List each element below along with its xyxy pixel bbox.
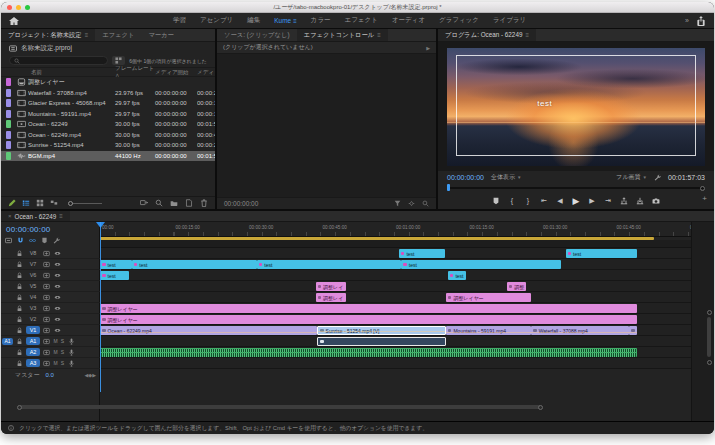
vertical-scrollbar[interactable] <box>707 317 711 357</box>
workspace-tab-ライブラリ[interactable]: ライブラリ <box>486 16 533 25</box>
program-scrubber[interactable] <box>447 184 705 192</box>
track-lock-icon[interactable] <box>16 250 23 257</box>
track-header-V4[interactable]: V4 <box>1 292 100 303</box>
share-export-icon[interactable] <box>695 16 707 26</box>
project-item-row[interactable]: Ocean - 6224930.00 fps00:00:00:0000:01:5 <box>1 119 215 130</box>
timeline-clip[interactable]: 調整レイヤー <box>100 304 637 313</box>
keyframe-nav-icon[interactable]: ◀◆▶ <box>84 372 96 378</box>
track-header-V6[interactable]: V6 <box>1 270 100 281</box>
timeline-clip[interactable]: test <box>100 260 132 269</box>
timeline-clip[interactable]: test <box>448 271 466 280</box>
track-header-V7[interactable]: V7 <box>1 259 100 270</box>
scrubber-playhead[interactable] <box>447 184 450 191</box>
mark-in-icon[interactable]: { <box>508 196 516 206</box>
vertical-scroll-handle-top[interactable] <box>707 310 712 315</box>
step-back-icon[interactable]: ◀ <box>556 196 564 206</box>
timeline-track-lane-A3[interactable] <box>100 358 691 369</box>
sync-lock-icon[interactable] <box>43 360 50 367</box>
panel-menu-icon[interactable]: ≡ <box>85 32 89 38</box>
sync-lock-icon[interactable] <box>43 349 50 356</box>
mute-button[interactable]: M <box>52 360 59 366</box>
graphic-selection-bounds[interactable] <box>456 55 696 156</box>
track-output-eye-icon[interactable] <box>54 327 61 334</box>
sync-lock-icon[interactable] <box>43 294 50 301</box>
track-lock-icon[interactable] <box>16 316 23 323</box>
timeline-clip[interactable]: Sunrise - 51254.mp4 [V] <box>317 326 446 335</box>
extract-icon[interactable] <box>636 196 644 206</box>
mark-out-icon[interactable]: } <box>524 196 532 206</box>
snap-magnet-icon[interactable] <box>17 237 24 244</box>
track-header-A1[interactable]: A1A1MS <box>1 336 100 347</box>
timeline-clip[interactable]: 調整レイヤー <box>446 293 531 302</box>
lift-icon[interactable] <box>620 196 628 206</box>
timeline-settings-wrench-icon[interactable] <box>53 237 60 244</box>
project-item-row[interactable]: Mountains - 59191.mp429.97 fps00:00:00:0… <box>1 109 215 120</box>
tab-プロジェクト: 名称未設定[interactable]: プロジェクト: 名称未設定≡ <box>1 29 95 41</box>
column-name[interactable]: 名前 <box>1 69 115 76</box>
settings-wrench-icon[interactable] <box>654 174 661 181</box>
sync-lock-icon[interactable] <box>43 338 50 345</box>
workspace-menu-icon[interactable]: ≡ <box>293 18 297 24</box>
track-target-toggle-A2[interactable]: A2 <box>26 348 40 356</box>
go-to-in-icon[interactable]: ⇤ <box>540 196 548 206</box>
sync-lock-icon[interactable] <box>43 261 50 268</box>
add-marker-icon[interactable] <box>41 237 48 244</box>
label-color-chip[interactable] <box>6 89 11 97</box>
timeline-track-lane-V4[interactable]: 調整レイ調整レイヤー <box>100 292 691 303</box>
mute-button[interactable]: M <box>52 349 59 355</box>
timeline-track-lane-A2[interactable] <box>100 347 691 358</box>
project-item-name[interactable]: Ocean - 62249.mp4 <box>28 132 115 138</box>
timeline-clip[interactable]: test <box>100 271 129 280</box>
nest-insert-icon[interactable] <box>5 237 12 244</box>
project-item-name[interactable]: 調整レイヤー <box>28 78 115 87</box>
export-frame-icon[interactable] <box>652 196 660 206</box>
voiceover-mic-icon[interactable] <box>68 360 75 367</box>
sync-lock-icon[interactable] <box>43 283 50 290</box>
master-track-header[interactable]: マスター0.0◀◆▶ <box>1 369 100 381</box>
track-header-V5[interactable]: V5 <box>1 281 100 292</box>
project-item-name[interactable]: BGM.mp4 <box>28 153 115 159</box>
timeline-track-lane-V8[interactable]: testtest <box>100 248 691 259</box>
solo-button[interactable]: S <box>59 360 66 366</box>
zoom-slider[interactable] <box>64 199 102 207</box>
timeline-track-lane-V1[interactable]: Ocean - 62249.mp4Sunrise - 51254.mp4 [V]… <box>100 325 691 336</box>
playback-quality-select[interactable]: フル画質▼ <box>616 173 647 182</box>
panel-menu-icon[interactable]: ≡ <box>59 213 63 219</box>
icon-view-icon[interactable] <box>36 199 44 207</box>
timeline-clip[interactable] <box>629 326 636 335</box>
tab-エフェクトコントロール[interactable]: エフェクトコントロール≡ <box>297 29 388 41</box>
timeline-clip[interactable]: 調整レイ <box>316 293 347 302</box>
label-color-chip[interactable] <box>6 99 11 107</box>
close-sequence-icon[interactable]: × <box>8 213 12 219</box>
automate-to-sequence-icon[interactable] <box>140 199 148 207</box>
timeline-playhead-timecode[interactable]: 00:00:00:00 <box>6 225 50 234</box>
sync-lock-icon[interactable] <box>43 305 50 312</box>
clear-trash-icon[interactable] <box>200 199 208 207</box>
track-target-toggle-V1[interactable]: V1 <box>26 326 40 334</box>
track-lock-icon[interactable] <box>16 327 23 334</box>
project-search-input[interactable] <box>23 58 103 64</box>
filter-effects-icon[interactable] <box>394 200 401 207</box>
timeline-track-lane-V5[interactable]: 調整レイ調整 <box>100 281 691 292</box>
panel-menu-icon[interactable]: ≡ <box>525 32 529 38</box>
track-output-eye-icon[interactable] <box>54 305 61 312</box>
mute-button[interactable]: M <box>52 338 59 344</box>
tab-sequence-timeline[interactable]: × Ocean - 62249 ≡ <box>1 211 70 221</box>
label-color-chip[interactable] <box>6 152 11 160</box>
label-color-chip[interactable] <box>6 120 11 128</box>
track-lock-icon[interactable] <box>16 294 23 301</box>
track-output-eye-icon[interactable] <box>54 250 61 257</box>
track-output-eye-icon[interactable] <box>54 294 61 301</box>
video-overlay-text[interactable]: test <box>537 99 552 108</box>
timeline-clip[interactable] <box>100 348 637 357</box>
track-target-toggle-V4[interactable]: V4 <box>26 293 40 301</box>
column-media-duration[interactable]: メディ <box>197 69 215 76</box>
vertical-scroll-handle-bottom[interactable] <box>707 360 712 365</box>
program-position-timecode[interactable]: 00:00:00:00 <box>447 174 484 181</box>
track-output-eye-icon[interactable] <box>54 316 61 323</box>
track-header-V2[interactable]: V2 <box>1 314 100 325</box>
timeline-clip[interactable]: test <box>399 249 446 258</box>
track-header-A2[interactable]: A2MS <box>1 347 100 358</box>
sync-lock-icon[interactable] <box>43 272 50 279</box>
timeline-clip[interactable]: 調整レイヤー <box>100 315 637 324</box>
